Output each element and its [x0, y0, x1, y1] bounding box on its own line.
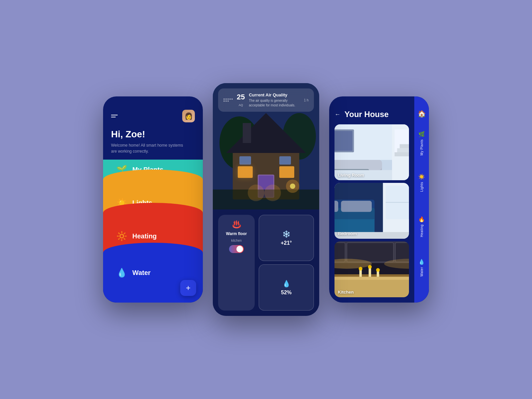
- add-icon: +: [186, 283, 191, 293]
- phone-home-menu: 👩 Hi, Zoe! Welcome home! All smart home …: [103, 96, 203, 303]
- svg-point-58: [368, 265, 372, 269]
- svg-rect-25: [397, 148, 409, 152]
- home-nav-icon[interactable]: 🏠: [418, 110, 426, 118]
- avatar[interactable]: 👩: [182, 110, 195, 122]
- phone1-header: 👩: [103, 96, 203, 129]
- water-label: Water: [132, 269, 151, 277]
- living-room-label: Living Room: [338, 173, 364, 178]
- plants-nav-label: My Plants: [420, 139, 424, 155]
- heating-nav-icon: 🔥: [418, 216, 425, 222]
- phone3-header: ← Your House: [334, 102, 409, 119]
- greeting-text: Hi, Zoe!: [111, 129, 195, 140]
- svg-rect-8: [279, 166, 294, 178]
- bedroom-label: Bedroom: [338, 231, 357, 236]
- phone-your-house: ← Your House: [329, 96, 429, 303]
- heating-controls: ♨️ Warm floor kitchen ❄️ +21° 💧 52%: [213, 209, 319, 316]
- svg-rect-26: [400, 144, 409, 148]
- warm-floor-title: Warm floor: [226, 231, 247, 236]
- room-card-bedroom[interactable]: Bedroom: [334, 183, 409, 239]
- air-quality-card: 25 AQ Current Air Quality The air qualit…: [218, 88, 314, 112]
- svg-point-56: [359, 267, 362, 271]
- kitchen-bg: Kitchen: [334, 241, 409, 297]
- svg-point-15: [290, 184, 295, 189]
- living-room-bg: Living Room: [334, 124, 409, 180]
- add-button[interactable]: +: [180, 280, 196, 296]
- phone3-main: ← Your House: [329, 96, 414, 303]
- sidenav-lights[interactable]: ☀️ Lights: [418, 168, 425, 211]
- svg-point-16: [248, 185, 264, 201]
- phone-air-quality: 25 AQ Current Air Quality The air qualit…: [213, 83, 319, 316]
- water-nav-icon: 💧: [418, 259, 425, 265]
- menu-icon[interactable]: [111, 115, 118, 117]
- svg-point-60: [376, 268, 380, 272]
- greeting-section: Hi, Zoe! Welcome home! All smart home sy…: [103, 129, 203, 160]
- temperature-value: +21°: [281, 240, 292, 246]
- water-nav-label: Water: [420, 267, 424, 277]
- humidity-sensor-card: 💧 52%: [259, 264, 314, 311]
- snowflake-icon: ❄️: [282, 230, 291, 238]
- kitchen-label: Kitchen: [338, 290, 354, 295]
- svg-rect-57: [369, 267, 371, 277]
- house-photo-area: 25 AQ Current Air Quality The air qualit…: [213, 83, 319, 209]
- svg-rect-24: [395, 152, 409, 156]
- svg-rect-12: [238, 166, 253, 178]
- sensors-group: ❄️ +21° 💧 52%: [259, 215, 314, 311]
- aq-text: Current Air Quality The air quality is g…: [249, 92, 300, 108]
- svg-point-17: [264, 185, 281, 201]
- svg-rect-5: [243, 123, 251, 143]
- svg-rect-50: [334, 274, 409, 277]
- plants-nav-icon: 🌿: [418, 131, 425, 137]
- temperature-sensor-card: ❄️ +21°: [259, 215, 314, 261]
- warm-floor-card: ♨️ Warm floor kitchen: [218, 215, 255, 311]
- lights-nav-label: Lights: [420, 182, 424, 192]
- heating-label: Heating: [132, 232, 157, 240]
- heating-nav-label: Heating: [420, 224, 424, 237]
- toggle-knob: [236, 246, 243, 252]
- lights-nav-icon: ☀️: [418, 174, 425, 180]
- droplet-icon: 💧: [282, 280, 291, 288]
- back-button[interactable]: ←: [334, 111, 340, 118]
- sidenav-plants[interactable]: 🌿 My Plants: [418, 126, 425, 168]
- house-title: Your House: [344, 110, 389, 119]
- svg-rect-7: [239, 156, 251, 165]
- living-room-svg: [334, 124, 409, 180]
- kitchen-svg: [334, 241, 409, 297]
- aq-number: 25 AQ: [237, 93, 245, 107]
- svg-rect-28: [334, 160, 382, 170]
- heating-icon: 🔆: [116, 231, 127, 241]
- room-grid: Living Room: [334, 124, 409, 297]
- water-icon: 💧: [116, 268, 127, 278]
- svg-rect-40: [341, 201, 372, 212]
- svg-rect-21: [334, 131, 352, 151]
- humidity-value: 52%: [281, 290, 292, 296]
- aq-time: 1 h: [304, 98, 309, 102]
- subtitle-text: Welcome home! All smart home systemsare …: [111, 142, 195, 154]
- svg-rect-51: [334, 277, 409, 280]
- sidenav-heating[interactable]: 🔥 Heating: [418, 211, 425, 253]
- phones-container: 👩 Hi, Zoe! Welcome home! All smart home …: [103, 83, 429, 316]
- warm-floor-subtitle: kitchen: [231, 239, 242, 242]
- warm-floor-toggle[interactable]: [229, 245, 244, 253]
- side-nav: 🏠 🌿 My Plants ☀️ Lights 🔥 Heating 💧 Wate…: [414, 96, 429, 303]
- room-card-kitchen[interactable]: Kitchen: [334, 241, 409, 297]
- aq-dots: [223, 98, 233, 102]
- bedroom-svg: [334, 183, 409, 239]
- room-card-living[interactable]: Living Room: [334, 124, 409, 180]
- steam-icon: ♨️: [232, 220, 241, 229]
- svg-rect-9: [279, 156, 291, 165]
- svg-rect-39: [334, 201, 338, 212]
- bedroom-bg: Bedroom: [334, 183, 409, 239]
- sidenav-water[interactable]: 💧 Water: [418, 253, 425, 296]
